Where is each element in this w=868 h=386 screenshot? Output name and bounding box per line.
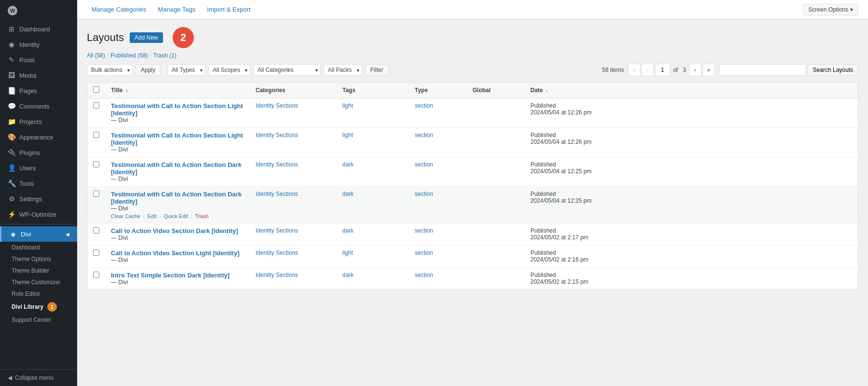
category-link[interactable]: Identity Sections xyxy=(256,161,298,168)
row-checkbox[interactable] xyxy=(93,272,99,278)
tag-link[interactable]: light xyxy=(342,132,353,138)
layout-title-link[interactable]: Intro Text Simple Section Dark [Identity… xyxy=(111,272,244,279)
screen-options-button[interactable]: Screen Options ▾ xyxy=(803,4,858,15)
layout-title-link[interactable]: Call to Action Video Section Light [Iden… xyxy=(111,249,244,257)
tag-link[interactable]: dark xyxy=(342,227,353,234)
row-date-cell: Published 2024/05/02 at 2:17 pm xyxy=(525,223,858,246)
layout-title-link[interactable]: Testimonial with Call to Action Section … xyxy=(111,102,244,117)
step-badge: 2 xyxy=(173,27,194,48)
filter-published-link[interactable]: Published (58) xyxy=(110,52,148,59)
row-checkbox[interactable] xyxy=(93,132,99,138)
divi-subitem-dashboard[interactable]: Dashboard xyxy=(0,242,77,253)
sidebar-item-users[interactable]: 👤 Users xyxy=(0,160,77,176)
tag-link[interactable]: dark xyxy=(342,161,353,168)
col-date-header[interactable]: Date ↓ xyxy=(525,83,858,98)
type-link[interactable]: section xyxy=(415,272,433,278)
layout-title-link[interactable]: Testimonial with Call to Action Section … xyxy=(111,161,244,176)
sidebar-item-tools[interactable]: 🔧 Tools xyxy=(0,176,77,191)
library-badge: 1 xyxy=(47,302,57,312)
divi-subitem-theme-customizer[interactable]: Theme Customizer xyxy=(0,276,77,288)
all-types-select[interactable]: All Types xyxy=(167,64,205,76)
last-page-button[interactable]: » xyxy=(703,64,715,76)
search-layouts-input[interactable] xyxy=(719,64,806,76)
clear-cache-action[interactable]: Clear Cache xyxy=(111,213,140,219)
category-link[interactable]: Identity Sections xyxy=(256,227,298,234)
divi-subitem-role-editor[interactable]: Role Editor xyxy=(0,288,77,300)
sidebar-item-posts[interactable]: ✎ Posts xyxy=(0,52,77,68)
search-layouts-button[interactable]: Search Layouts xyxy=(808,64,858,76)
layout-title-link[interactable]: Testimonial with Call to Action Section … xyxy=(111,132,244,146)
page-number-input[interactable] xyxy=(655,64,670,76)
import-export-link[interactable]: Import & Export xyxy=(202,3,255,16)
filter-button[interactable]: Filter xyxy=(365,64,389,76)
row-checkbox-cell xyxy=(87,157,106,187)
apply-button[interactable]: Apply xyxy=(136,64,161,76)
sidebar-item-label: WP-Optimize xyxy=(19,211,56,218)
type-link[interactable]: section xyxy=(415,132,433,138)
row-category-cell: Identity Sections xyxy=(250,187,337,223)
bulk-actions-select[interactable]: Bulk actions xyxy=(87,64,133,76)
sidebar-item-comments[interactable]: 💬 Comments xyxy=(0,98,77,114)
collapse-menu-button[interactable]: ◀ Collapse menu xyxy=(0,369,77,386)
type-link[interactable]: section xyxy=(415,249,433,256)
col-title-header[interactable]: Title ↕ xyxy=(105,83,250,98)
row-title-cell: Testimonial with Call to Action Section … xyxy=(105,187,250,223)
category-link[interactable]: Identity Sections xyxy=(256,102,298,109)
row-checkbox[interactable] xyxy=(93,249,99,256)
identity-icon: ◉ xyxy=(8,41,15,48)
type-link[interactable]: section xyxy=(415,227,433,234)
all-packs-select[interactable]: All Packs xyxy=(324,64,362,76)
sidebar-item-pages[interactable]: 📑 Pages xyxy=(0,83,77,98)
sidebar-item-wp-optimize[interactable]: ⚡ WP-Optimize xyxy=(0,207,77,222)
sidebar-item-dashboard[interactable]: ⊞ Dashboard xyxy=(0,21,77,37)
tag-link[interactable]: dark xyxy=(342,191,353,197)
sidebar-item-divi[interactable]: ◈ Divi ◀ xyxy=(0,226,77,242)
tag-link[interactable]: light xyxy=(342,249,353,256)
category-link[interactable]: Identity Sections xyxy=(256,132,298,138)
layout-title-link[interactable]: Testimonial with Call to Action Section … xyxy=(111,191,244,205)
edit-action[interactable]: Edit xyxy=(148,213,157,219)
row-type-cell: section xyxy=(409,223,467,246)
sidebar-item-projects[interactable]: 📁 Projects xyxy=(0,114,77,129)
first-page-button[interactable]: « xyxy=(628,64,640,76)
row-tag-cell: dark xyxy=(337,187,409,223)
manage-categories-link[interactable]: Manage Categories xyxy=(87,3,151,16)
row-checkbox[interactable] xyxy=(93,227,99,234)
trash-action[interactable]: Trash xyxy=(195,213,209,219)
divi-subitem-support-center[interactable]: Support Center xyxy=(0,314,77,326)
filter-trash-link[interactable]: Trash (1) xyxy=(153,52,176,59)
date-status: Published xyxy=(530,272,556,278)
row-category-cell: Identity Sections xyxy=(250,98,337,128)
sidebar-item-appearance[interactable]: 🎨 Appearance xyxy=(0,129,77,145)
layout-title-link[interactable]: Call to Action Video Section Dark [Ident… xyxy=(111,227,244,234)
manage-tags-link[interactable]: Manage Tags xyxy=(153,3,200,16)
category-link[interactable]: Identity Sections xyxy=(256,272,298,278)
type-link[interactable]: section xyxy=(415,191,433,197)
tag-link[interactable]: light xyxy=(342,102,353,109)
tag-link[interactable]: dark xyxy=(342,272,353,278)
type-link[interactable]: section xyxy=(415,102,433,109)
all-categories-select[interactable]: All Categories xyxy=(253,64,321,76)
all-scopes-select[interactable]: All Scopes xyxy=(208,64,250,76)
row-checkbox[interactable] xyxy=(93,191,99,197)
sidebar-item-plugins[interactable]: 🔌 Plugins xyxy=(0,145,77,160)
divi-subitem-label: Theme Customizer xyxy=(12,279,60,286)
category-link[interactable]: Identity Sections xyxy=(256,249,298,256)
filter-all-link[interactable]: All (58) xyxy=(87,52,105,59)
sidebar-item-identity[interactable]: ◉ Identity xyxy=(0,37,77,52)
add-new-button[interactable]: Add New xyxy=(130,32,163,43)
next-page-button[interactable]: › xyxy=(689,64,702,76)
sidebar-item-media[interactable]: 🖼 Media xyxy=(0,68,77,83)
sidebar-item-settings[interactable]: ⚙ Settings xyxy=(0,191,77,207)
row-checkbox[interactable] xyxy=(93,161,99,167)
all-packs-dropdown-wrap: All Packs ▾ xyxy=(324,64,362,76)
divi-subitem-theme-options[interactable]: Theme Options xyxy=(0,253,77,265)
divi-subitem-theme-builder[interactable]: Theme Builder xyxy=(0,265,77,276)
row-checkbox[interactable] xyxy=(93,102,99,109)
type-link[interactable]: section xyxy=(415,161,433,168)
category-link[interactable]: Identity Sections xyxy=(256,191,298,197)
divi-subitem-divi-library[interactable]: Divi Library 1 xyxy=(0,300,77,314)
select-all-checkbox[interactable] xyxy=(93,86,99,93)
quick-edit-action[interactable]: Quick Edit xyxy=(164,213,188,219)
prev-page-button[interactable]: ‹ xyxy=(641,64,654,76)
